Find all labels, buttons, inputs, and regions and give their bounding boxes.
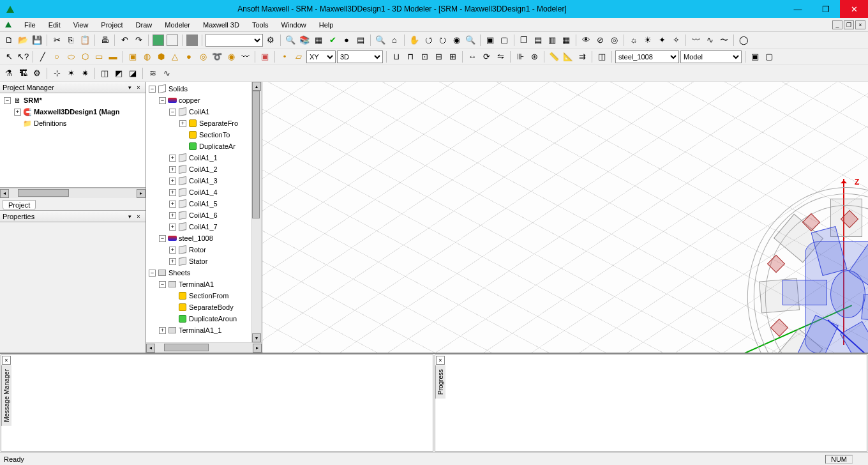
ellipse-icon[interactable]: ⬭	[64, 50, 77, 63]
torus-icon[interactable]: ◎	[197, 50, 209, 63]
undo-icon[interactable]: ↶	[118, 34, 131, 47]
tree-item[interactable]: −copper	[146, 95, 251, 106]
measure-icon[interactable]: 📏	[548, 50, 560, 63]
point-icon[interactable]: •	[278, 50, 291, 63]
measure2-icon[interactable]: 📐	[562, 50, 574, 63]
minimize-button[interactable]: —	[784, 0, 812, 18]
tile-v-icon[interactable]: ▥	[546, 34, 558, 47]
spline-icon[interactable]: 〰	[239, 50, 251, 63]
tree-item[interactable]: SeparateBody	[146, 301, 251, 313]
pm-design[interactable]: Maxwell3DDesign1 (Magn	[34, 108, 119, 116]
model-tree[interactable]: −Solids−copper−CoilA1+SeparateFroSection…	[146, 82, 251, 342]
tree-item[interactable]: DuplicateAr	[146, 141, 251, 152]
mirror-icon[interactable]: ⇋	[494, 50, 507, 63]
menu-project[interactable]: Project	[94, 20, 129, 30]
message-list[interactable]	[11, 355, 433, 451]
menu-edit[interactable]: Edit	[42, 20, 67, 30]
tree-item[interactable]: +CoilA1_1	[146, 152, 251, 164]
orbit-icon[interactable]: ◉	[450, 34, 463, 47]
light2-icon[interactable]: ☀	[641, 34, 654, 47]
msg-close-icon[interactable]: ×	[2, 356, 11, 365]
tree-item[interactable]: −CoilA1	[146, 106, 251, 118]
cascade-icon[interactable]: ❐	[518, 34, 530, 47]
sim-c-icon[interactable]: ⚙	[31, 67, 43, 80]
pm-root[interactable]: SRM*	[24, 96, 42, 104]
paste-icon[interactable]: 📋	[79, 34, 91, 47]
curve2-icon[interactable]: ∿	[703, 34, 716, 47]
menu-draw[interactable]: Draw	[130, 20, 159, 30]
pm-close-icon[interactable]: ×	[134, 83, 143, 92]
tree-item[interactable]: +CoilA1_5	[146, 198, 251, 210]
render-option-icon[interactable]	[186, 34, 198, 47]
tree-item[interactable]: +Rotor	[146, 244, 251, 255]
light4-icon[interactable]: ✧	[670, 34, 682, 47]
tree-scroll-up[interactable]: ▴	[252, 82, 261, 91]
library-icon[interactable]: 📚	[298, 34, 311, 47]
move-icon[interactable]: ↔	[466, 50, 479, 63]
curve3-icon[interactable]: 〜	[717, 34, 730, 47]
curve-icon[interactable]: 〰	[689, 34, 702, 47]
menu-view[interactable]: View	[67, 20, 95, 30]
menu-window[interactable]: Window	[275, 20, 313, 30]
tree-item[interactable]: +SeparateFro	[146, 118, 251, 129]
offset-icon[interactable]: ⇉	[576, 50, 588, 63]
mdi-close-button[interactable]: ×	[855, 20, 865, 29]
menu-tools[interactable]: Tools	[246, 20, 275, 30]
rotate-icon[interactable]: ⭯	[422, 34, 435, 47]
prog-close-icon[interactable]: ×	[436, 356, 445, 365]
analyze-icon[interactable]: ●	[340, 34, 353, 47]
sim-b-icon[interactable]: 🏗	[17, 67, 29, 80]
arrange-icon[interactable]: ▦	[560, 34, 572, 47]
message-manager-tab[interactable]: Message Manager	[1, 365, 11, 426]
menu-file[interactable]: File	[18, 20, 42, 30]
save-icon[interactable]: 💾	[31, 34, 43, 47]
mdi-minimize-button[interactable]: _	[832, 20, 842, 29]
tree-item[interactable]: +Stator	[146, 255, 251, 267]
rotate2-icon[interactable]: ⭮	[436, 34, 449, 47]
open-icon[interactable]: 📂	[17, 34, 29, 47]
hide-icon[interactable]: ⊘	[594, 34, 606, 47]
tree-hscroll[interactable]: ◂▸	[146, 342, 262, 353]
print-icon[interactable]: 🖶	[98, 34, 111, 47]
poly-icon[interactable]: ⬡	[79, 50, 91, 63]
sphere-icon[interactable]: ●	[183, 50, 195, 63]
mdi-restore-button[interactable]: ❐	[844, 20, 854, 29]
copy-icon[interactable]: ⎘	[64, 34, 77, 47]
table-icon[interactable]: ▦	[312, 34, 325, 47]
light-icon[interactable]: ☼	[627, 34, 640, 47]
tree-item[interactable]: +TerminalA1_1	[146, 324, 251, 336]
pan-icon[interactable]: ✋	[408, 34, 421, 47]
pointer-icon[interactable]: ↖	[3, 50, 15, 63]
field-b-icon[interactable]: ∿	[160, 67, 173, 80]
cs-a-icon[interactable]: ⊹	[50, 67, 63, 80]
tree-item[interactable]: −steel_1008	[146, 232, 251, 244]
ungroup-icon[interactable]: ▢	[763, 50, 775, 63]
cylinder-tool-icon[interactable]: ◯	[737, 34, 750, 47]
menu-maxwell3d[interactable]: Maxwell 3D	[197, 20, 246, 30]
cylinder-icon[interactable]: ◍	[140, 50, 153, 63]
line-icon[interactable]: ╱	[36, 50, 49, 63]
cut-icon[interactable]: ✂	[50, 34, 63, 47]
menu-help[interactable]: Help	[313, 20, 340, 30]
results-icon[interactable]: ▤	[354, 34, 367, 47]
rect2-icon[interactable]: ▬	[107, 50, 119, 63]
imprint-icon[interactable]: ⊞	[446, 50, 459, 63]
mesh-a-icon[interactable]: ◫	[98, 67, 111, 80]
material-select[interactable]: steel_1008	[615, 50, 679, 63]
tree-item[interactable]: −Solids	[146, 83, 251, 95]
group-icon[interactable]: ▣	[749, 50, 761, 63]
plane-icon[interactable]: ▱	[292, 50, 305, 63]
tree-item[interactable]: +CoilA1_3	[146, 175, 251, 187]
tree-item[interactable]: SectionFrom	[146, 290, 251, 301]
home-icon[interactable]: ⌂	[388, 34, 401, 47]
visibility-icon[interactable]: 👁	[580, 34, 592, 47]
tree-item[interactable]: +CoilA1_7	[146, 221, 251, 232]
tree-item[interactable]: DuplicateAroun	[146, 313, 251, 324]
rect-icon[interactable]: ▭	[93, 50, 105, 63]
tree-item[interactable]: +CoilA1_4	[146, 187, 251, 198]
props-close-icon[interactable]: ×	[134, 212, 143, 221]
cs-c-icon[interactable]: ✷	[79, 67, 91, 80]
help-pointer-icon[interactable]: ↖?	[17, 50, 29, 63]
dup-line-icon[interactable]: ⊪	[514, 50, 527, 63]
tree-item[interactable]: +CoilA1_2	[146, 164, 251, 175]
